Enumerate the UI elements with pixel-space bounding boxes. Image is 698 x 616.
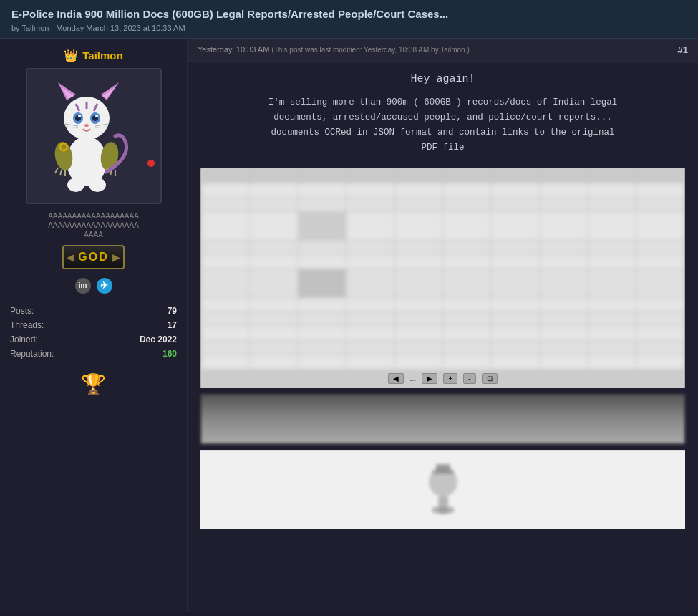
prev-button[interactable]: ◀ bbox=[388, 373, 404, 384]
joined-label: Joined: bbox=[7, 332, 100, 347]
svg-point-13 bbox=[78, 115, 81, 117]
avatar bbox=[37, 79, 151, 193]
blurred-table-1: ◀ ... ▶ + - ⊡ bbox=[200, 168, 685, 388]
username[interactable]: Tailmon bbox=[82, 49, 122, 62]
post-greeting: Hey again! bbox=[200, 73, 685, 85]
im-icon[interactable]: im bbox=[75, 278, 91, 294]
zoom-in-button[interactable]: + bbox=[443, 373, 457, 384]
username-area: 👑 Tailmon bbox=[64, 49, 122, 62]
fit-button[interactable]: ⊡ bbox=[482, 373, 498, 384]
page-header: E-Police India 900 Million Docs (600GB) … bbox=[0, 0, 698, 39]
avatar-container bbox=[26, 68, 162, 204]
posts-label: Posts: bbox=[7, 304, 100, 318]
threads-label: Threads: bbox=[7, 318, 100, 332]
posts-value: 79 bbox=[100, 304, 180, 318]
medal-area: 🏆 bbox=[81, 372, 106, 396]
post-body: I'm selling more than 900m ( 600GB ) rec… bbox=[200, 95, 685, 156]
bottom-blurred-bar bbox=[200, 394, 685, 444]
svg-point-31 bbox=[89, 178, 106, 192]
stats-table: Posts: 79 Threads: 17 Joined: Dec 2022 R… bbox=[7, 304, 180, 361]
image-nav-bar: ◀ ... ▶ + - ⊡ bbox=[201, 370, 684, 388]
page-indicator: ... bbox=[409, 374, 416, 382]
blurred-table-content bbox=[201, 168, 684, 370]
sidebar: 👑 Tailmon bbox=[0, 39, 188, 612]
joined-row: Joined: Dec 2022 bbox=[7, 332, 180, 347]
reputation-value: 160 bbox=[100, 347, 180, 361]
rank-badge: GOD bbox=[62, 245, 124, 269]
telegram-icon[interactable]: ✈ bbox=[97, 278, 112, 294]
post-content: Hey again! I'm selling more than 900m ( … bbox=[188, 62, 698, 540]
post-number: #1 bbox=[678, 44, 688, 55]
bottom-figure-icon bbox=[411, 457, 475, 521]
svg-point-15 bbox=[84, 124, 89, 127]
zoom-out-button[interactable]: - bbox=[463, 373, 475, 384]
threads-value: 17 bbox=[100, 318, 180, 332]
svg-point-30 bbox=[67, 178, 84, 192]
svg-rect-35 bbox=[432, 507, 454, 513]
next-button[interactable]: ▶ bbox=[422, 373, 437, 384]
main-container: 👑 Tailmon bbox=[0, 39, 698, 612]
reputation-row: Reputation: 160 bbox=[7, 347, 180, 361]
threads-row: Threads: 17 bbox=[7, 318, 180, 332]
rank-label: GOD bbox=[78, 251, 108, 264]
post-area: Yesterday, 10:33 AM (This post was last … bbox=[188, 39, 698, 612]
medal-icon: 🏆 bbox=[81, 372, 106, 396]
user-id: AAAAAAAAAAAAAAAAAAA AAAAAAAAAAAAAAAAAAA … bbox=[48, 211, 139, 239]
post-timestamp-area: Yesterday, 10:33 AM (This post was last … bbox=[198, 45, 470, 54]
bottom-image-area bbox=[200, 450, 685, 529]
social-icons-area: im ✈ bbox=[75, 278, 112, 294]
svg-point-14 bbox=[95, 115, 98, 117]
page-byline: by Tailmon - Monday March 13, 2023 at 10… bbox=[11, 24, 687, 32]
post-meta: Yesterday, 10:33 AM (This post was last … bbox=[188, 39, 698, 62]
svg-point-33 bbox=[432, 471, 454, 493]
svg-rect-37 bbox=[436, 464, 450, 471]
reputation-label: Reputation: bbox=[7, 347, 100, 361]
post-modified: (This post was last modified: Yesterday,… bbox=[271, 46, 469, 54]
post-timestamp: Yesterday, 10:33 AM bbox=[198, 45, 269, 54]
page-title: E-Police India 900 Million Docs (600GB) … bbox=[11, 7, 687, 21]
posts-row: Posts: 79 bbox=[7, 304, 180, 318]
crown-icon: 👑 bbox=[64, 49, 78, 62]
joined-value: Dec 2022 bbox=[100, 332, 180, 347]
online-indicator bbox=[147, 160, 155, 167]
